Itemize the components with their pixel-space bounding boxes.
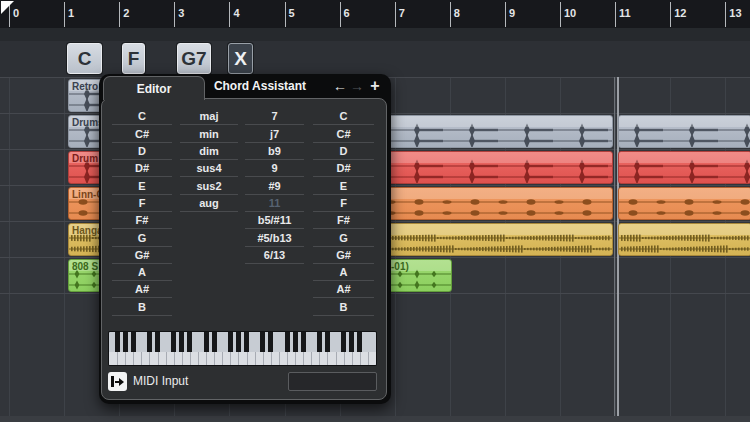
piano-black-key[interactable] [171,332,176,352]
tension-item-9[interactable]: 9 [245,160,304,177]
piano-key-separator [117,352,118,365]
root-note-item-C[interactable]: C# [112,126,172,143]
root-note-item-C[interactable]: C [112,108,172,125]
piano-black-key[interactable] [260,332,265,352]
piano-key-separator [271,352,272,365]
back-arrow-button[interactable]: ← [332,74,348,98]
piano-black-key[interactable] [147,332,152,352]
tension-item-7[interactable]: 7 [245,108,304,125]
ruler-tick [505,2,506,27]
tension-item-b9[interactable]: b9 [245,143,304,160]
piano-key-separator [222,352,223,365]
piano-black-key[interactable] [317,332,322,352]
tab-chord-assistant[interactable]: Chord Assistant [207,74,313,98]
chord-event-c[interactable]: C [67,43,102,74]
tension-item-9[interactable]: #9 [245,178,304,195]
audio-clip-drums[interactable] [618,115,750,148]
bass-note-item-C[interactable]: C [313,108,374,125]
midi-input-button[interactable] [108,372,127,391]
grid-line [9,28,10,422]
root-note-item-B[interactable]: B [112,299,172,316]
piano-black-key[interactable] [301,332,306,352]
tension-item-613[interactable]: 6/13 [245,247,304,264]
piano-key-separator [174,352,175,365]
chord-type-item-aug[interactable]: aug [180,195,238,212]
bass-note-item-G[interactable]: G [313,230,374,247]
root-note-item-F[interactable]: F# [112,212,172,229]
audio-clip-linn-c[interactable] [618,187,750,220]
bass-note-item-F[interactable]: F# [313,212,374,229]
piano-black-key[interactable] [155,332,160,352]
root-note-item-G[interactable]: G# [112,247,172,264]
piano-black-key[interactable] [115,332,120,352]
piano-black-key[interactable] [285,332,290,352]
piano-key-separator [368,352,369,365]
piano-key-separator [198,352,199,365]
chord-event-g7[interactable]: G7 [177,43,211,74]
piano-black-key[interactable] [349,332,354,352]
bass-note-item-D[interactable]: D# [313,160,374,177]
piano-black-key[interactable] [204,332,209,352]
chord-display-field[interactable] [288,372,377,391]
piano-black-key[interactable] [325,332,330,352]
piano-black-key[interactable] [123,332,128,352]
bass-note-item-F[interactable]: F [313,195,374,212]
root-note-item-D[interactable]: D [112,143,172,160]
piano-black-key[interactable] [228,332,233,352]
bass-note-item-B[interactable]: B [313,299,374,316]
audio-clip-hanga[interactable] [618,223,750,256]
ruler-bar-label: 10 [564,7,576,19]
grid-line [64,28,65,422]
piano-black-key[interactable] [293,332,298,352]
ruler-tick [615,2,616,27]
root-note-item-A[interactable]: A# [112,281,172,298]
ruler-tick [174,2,175,27]
chord-event-x[interactable]: X [228,43,253,74]
piano-black-key[interactable] [179,332,184,352]
piano-key-separator [133,352,134,365]
ruler-tick [119,2,120,27]
piano-black-key[interactable] [187,332,192,352]
root-note-item-E[interactable]: E [112,178,172,195]
chord-type-item-min[interactable]: min [180,126,238,143]
chord-track-lane[interactable] [0,41,750,77]
bass-note-item-C[interactable]: C# [313,126,374,143]
cubase-arrangement-window: 012345678910111213 RetroDrumsDrumLinn-CH… [0,0,750,422]
piano-black-key[interactable] [268,332,273,352]
chord-event-f[interactable]: F [122,43,145,74]
audio-clip-drum[interactable] [618,151,750,184]
tension-item-j7[interactable]: j7 [245,126,304,143]
bass-note-item-G[interactable]: G# [313,247,374,264]
chord-type-item-maj[interactable]: maj [180,108,238,125]
piano-key-separator [311,352,312,365]
root-note-item-G[interactable]: G [112,230,172,247]
tension-item-5b13[interactable]: #5/b13 [245,230,304,247]
piano-key-separator [141,352,142,365]
chord-type-item-sus4[interactable]: sus4 [180,160,238,177]
piano-black-key[interactable] [357,332,362,352]
ruler-tick [285,2,286,27]
piano-black-key[interactable] [131,332,136,352]
piano-black-key[interactable] [236,332,241,352]
add-tab-button[interactable]: + [367,74,383,98]
chord-type-item-sus2[interactable]: sus2 [180,178,238,195]
clip-header [619,116,750,127]
piano-key-separator [295,352,296,365]
tension-item-b511[interactable]: b5/#11 [245,212,304,229]
midi-input-label: MIDI Input [133,374,188,388]
piano-black-key[interactable] [244,332,249,352]
clip-header [619,224,750,235]
piano-black-key[interactable] [212,332,217,352]
bass-note-item-A[interactable]: A# [313,281,374,298]
root-note-item-A[interactable]: A [112,264,172,281]
timeline-ruler[interactable]: 012345678910111213 [0,0,750,28]
bass-note-item-E[interactable]: E [313,178,374,195]
bass-note-item-D[interactable]: D [313,143,374,160]
chord-type-item-dim[interactable]: dim [180,143,238,160]
root-note-item-D[interactable]: D# [112,160,172,177]
piano-black-key[interactable] [341,332,346,352]
root-note-item-F[interactable]: F [112,195,172,212]
bass-note-item-A[interactable]: A [313,264,374,281]
ruler-tick [670,2,671,27]
forward-arrow-button[interactable]: → [349,74,365,98]
